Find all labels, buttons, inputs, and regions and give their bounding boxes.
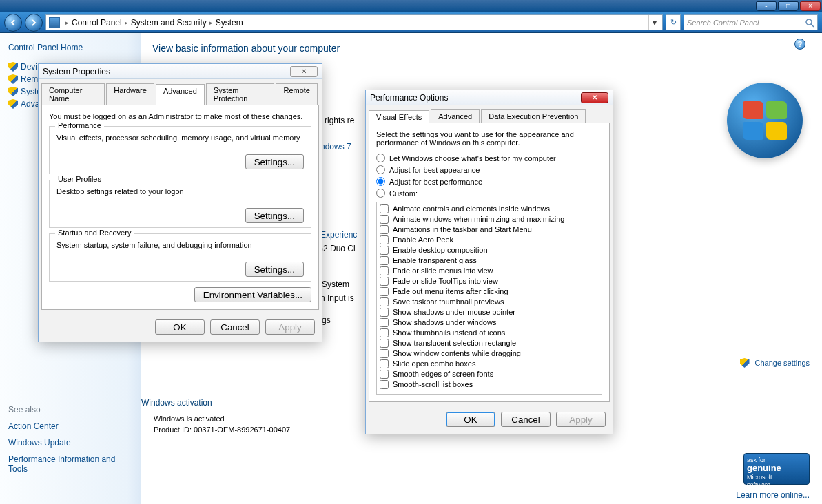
windows-edition-link[interactable]: ndows 7 — [320, 142, 351, 151]
search-icon — [805, 18, 814, 28]
close-button[interactable]: × — [800, 1, 821, 11]
vfx-checkbox[interactable] — [380, 225, 389, 234]
sysprops-apply-button[interactable]: Apply — [265, 319, 315, 335]
genuine-badge[interactable]: ask for genuine Microsoft software — [743, 453, 810, 485]
change-settings-link[interactable]: Change settings — [720, 358, 810, 368]
search-input[interactable]: Search Control Panel — [684, 14, 818, 30]
vfx-check-item[interactable]: Smooth-scroll list boxes — [377, 379, 602, 390]
action-center-link[interactable]: Action Center — [8, 421, 136, 431]
vfx-check-item[interactable]: Show translucent selection rectangle — [377, 338, 602, 348]
sysprops-tab-body: You must be logged on as an Administrato… — [41, 105, 319, 310]
breadcrumb-dropdown[interactable]: ▾ — [648, 15, 659, 30]
dialog-titlebar[interactable]: System Properties ✕ — [39, 64, 322, 79]
vfx-checkbox[interactable] — [380, 246, 389, 255]
vfx-checkbox[interactable] — [380, 318, 389, 327]
vfx-checkbox[interactable] — [380, 266, 389, 275]
vfx-check-item[interactable]: Fade or slide menus into view — [377, 266, 602, 276]
vfx-check-item[interactable]: Show shadows under mouse pointer — [377, 307, 602, 317]
vfx-check-label: Enable Aero Peek — [393, 235, 453, 245]
user-profiles-legend: User Profiles — [55, 175, 104, 183]
help-icon[interactable]: ? — [794, 39, 805, 50]
tab-advanced[interactable]: Advanced — [431, 109, 480, 123]
window-caption-bar: - □ × — [0, 0, 822, 12]
startup-recovery-settings-button[interactable]: Settings... — [245, 262, 304, 277]
vfx-checkbox[interactable] — [380, 277, 389, 286]
vfx-checkbox[interactable] — [380, 256, 389, 265]
tab-computer-name[interactable]: Computer Name — [41, 83, 105, 105]
vfx-check-item[interactable]: Show window contents while dragging — [377, 348, 602, 359]
vfx-check-item[interactable]: Show shadows under windows — [377, 317, 602, 328]
vfx-checkbox[interactable] — [380, 287, 389, 296]
vfx-checkbox[interactable] — [380, 328, 389, 337]
tab-system-protection[interactable]: System Protection — [206, 83, 275, 105]
vfx-check-label: Show window contents while dragging — [393, 348, 521, 359]
tab-remote[interactable]: Remote — [276, 83, 318, 105]
vfx-checkbox[interactable] — [380, 380, 389, 389]
dialog-close-button[interactable]: ✕ — [581, 92, 608, 103]
radio-let-windows-choose[interactable]: Let Windows choose what's best for my co… — [376, 154, 602, 162]
back-button[interactable] — [4, 14, 22, 32]
vfx-check-item[interactable]: Animate windows when minimizing and maxi… — [377, 214, 602, 224]
radio-custom[interactable]: Custom: — [376, 189, 602, 198]
dialog-titlebar[interactable]: Performance Options ✕ — [366, 90, 613, 105]
control-panel-home-link[interactable]: Control Panel Home — [8, 43, 136, 52]
sysprops-ok-button[interactable]: OK — [155, 319, 205, 335]
vfx-check-item[interactable]: Fade or slide ToolTips into view — [377, 276, 602, 286]
vfx-check-label: Show translucent selection rectangle — [393, 338, 516, 348]
shield-icon — [8, 62, 18, 72]
right-column: ? Change settings — [720, 40, 810, 368]
breadcrumb[interactable]: ▸ Control Panel ▸ System and Security ▸ … — [45, 14, 663, 30]
vfx-checkbox[interactable] — [380, 359, 389, 368]
vfx-checkbox[interactable] — [380, 349, 389, 358]
dialog-title: Performance Options — [370, 93, 448, 103]
vfx-check-item[interactable]: Fade out menu items after clicking — [377, 286, 602, 297]
visual-effects-list[interactable]: Animate controls and elements inside win… — [376, 202, 602, 395]
vfx-check-label: Show shadows under windows — [393, 317, 496, 328]
vfx-checkbox[interactable] — [380, 235, 389, 244]
vfx-check-item[interactable]: Smooth edges of screen fonts — [377, 369, 602, 379]
maximize-button[interactable]: □ — [778, 1, 799, 11]
crumb-system[interactable]: System — [216, 18, 243, 28]
vfx-check-label: Fade or slide ToolTips into view — [393, 276, 498, 286]
vfx-check-item[interactable]: Slide open combo boxes — [377, 359, 602, 369]
user-profiles-settings-button[interactable]: Settings... — [245, 208, 304, 223]
vfx-checkbox[interactable] — [380, 215, 389, 224]
perf-info-tools-link[interactable]: Performance Information and Tools — [8, 454, 136, 474]
vfx-check-item[interactable]: Show thumbnails instead of icons — [377, 328, 602, 338]
minimize-button[interactable]: - — [756, 1, 777, 11]
environment-variables-button[interactable]: Environment Variables... — [194, 287, 311, 302]
vfx-check-item[interactable]: Save taskbar thumbnail previews — [377, 297, 602, 307]
vfx-checkbox[interactable] — [380, 204, 389, 213]
performance-settings-button[interactable]: Settings... — [245, 154, 304, 169]
windows-update-link[interactable]: Windows Update — [8, 438, 136, 448]
crumb-system-security[interactable]: System and Security — [131, 18, 207, 28]
tab-visual-effects[interactable]: Visual Effects — [369, 110, 429, 123]
settings-text: gs — [322, 315, 331, 325]
dialog-close-button[interactable]: ✕ — [290, 66, 318, 77]
perfopts-ok-button[interactable]: OK — [446, 412, 495, 427]
vfx-checkbox[interactable] — [380, 339, 389, 348]
crumb-control-panel[interactable]: Control Panel — [72, 18, 122, 28]
vfx-check-item[interactable]: Animations in the taskbar and Start Menu — [377, 224, 602, 235]
forward-button[interactable] — [25, 14, 43, 32]
refresh-button[interactable]: ↻ — [666, 14, 681, 30]
vfx-check-item[interactable]: Animate controls and elements inside win… — [377, 204, 602, 214]
tab-dep[interactable]: Data Execution Prevention — [481, 109, 586, 123]
vfx-check-label: Enable transparent glass — [393, 255, 477, 266]
vfx-checkbox[interactable] — [380, 370, 389, 379]
vfx-check-item[interactable]: Enable transparent glass — [377, 255, 602, 266]
learn-more-link[interactable]: Learn more online... — [736, 490, 810, 500]
vfx-check-item[interactable]: Enable desktop composition — [377, 245, 602, 255]
radio-best-performance[interactable]: Adjust for best performance — [376, 177, 602, 186]
vfx-checkbox[interactable] — [380, 308, 389, 317]
sysprops-cancel-button[interactable]: Cancel — [210, 319, 260, 335]
perfopts-apply-button[interactable]: Apply — [556, 412, 606, 427]
tab-hardware[interactable]: Hardware — [106, 83, 154, 105]
vfx-checkbox[interactable] — [380, 297, 389, 306]
vfx-check-item[interactable]: Enable Aero Peek — [377, 235, 602, 245]
experience-index-link[interactable]: Experienc — [320, 230, 357, 240]
radio-best-appearance[interactable]: Adjust for best appearance — [376, 165, 602, 174]
svg-point-0 — [806, 19, 812, 25]
tab-advanced[interactable]: Advanced — [156, 84, 205, 105]
perfopts-cancel-button[interactable]: Cancel — [501, 412, 551, 427]
